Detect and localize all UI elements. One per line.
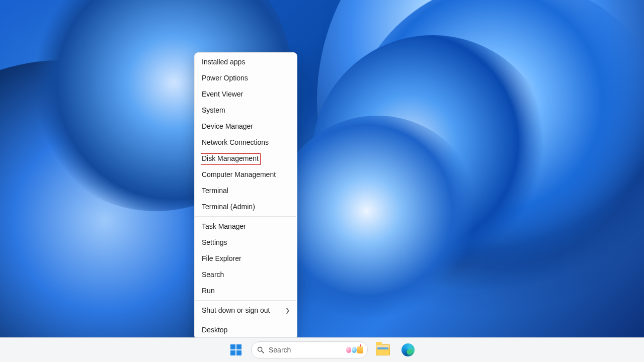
file-explorer-taskbar-button[interactable] bbox=[373, 340, 393, 360]
menu-item-label: File Explorer bbox=[202, 250, 242, 266]
menu-item-label: Search bbox=[202, 266, 224, 283]
menu-separator bbox=[195, 216, 296, 217]
menu-item-disk-management[interactable]: Disk Management bbox=[195, 150, 297, 166]
menu-separator bbox=[195, 300, 296, 301]
svg-rect-2 bbox=[230, 350, 235, 355]
menu-item-desktop[interactable]: Desktop bbox=[195, 322, 297, 338]
menu-item-label: Task Manager bbox=[202, 218, 246, 234]
search-highlight-icon bbox=[346, 346, 363, 353]
search-placeholder: Search bbox=[269, 346, 342, 354]
menu-item-installed-apps[interactable]: Installed apps bbox=[195, 54, 297, 70]
menu-item-label: Network Connections bbox=[202, 134, 269, 150]
menu-item-device-manager[interactable]: Device Manager bbox=[195, 118, 297, 134]
menu-item-label: Settings bbox=[202, 234, 227, 250]
taskbar-search[interactable]: Search bbox=[251, 341, 368, 358]
menu-item-search[interactable]: Search bbox=[195, 266, 297, 283]
search-icon bbox=[257, 346, 265, 354]
svg-rect-0 bbox=[230, 344, 235, 349]
svg-rect-1 bbox=[236, 344, 242, 349]
menu-item-label: Device Manager bbox=[202, 118, 253, 134]
menu-item-label: Disk Management bbox=[202, 150, 259, 166]
menu-item-run[interactable]: Run bbox=[195, 283, 297, 299]
menu-item-power-options[interactable]: Power Options bbox=[195, 70, 297, 86]
windows-logo-icon bbox=[230, 344, 242, 356]
desktop-wallpaper bbox=[0, 0, 644, 362]
menu-item-label: Shut down or sign out bbox=[202, 302, 270, 318]
menu-item-label: Run bbox=[202, 283, 215, 299]
menu-item-label: Terminal bbox=[202, 183, 228, 199]
desktop[interactable]: Installed appsPower OptionsEvent ViewerS… bbox=[0, 0, 644, 362]
svg-line-5 bbox=[262, 351, 264, 353]
edge-taskbar-button[interactable] bbox=[398, 340, 418, 360]
menu-item-label: Terminal (Admin) bbox=[202, 199, 255, 215]
menu-item-label: Power Options bbox=[202, 70, 248, 86]
chevron-right-icon: ❯ bbox=[285, 307, 290, 314]
menu-item-computer-management[interactable]: Computer Management bbox=[195, 166, 297, 183]
menu-item-shut-down-or-sign-out[interactable]: Shut down or sign out❯ bbox=[195, 302, 297, 318]
menu-item-system[interactable]: System bbox=[195, 102, 297, 118]
menu-separator bbox=[195, 320, 296, 320]
menu-item-settings[interactable]: Settings bbox=[195, 234, 297, 250]
start-button[interactable] bbox=[226, 340, 246, 360]
menu-item-terminal[interactable]: Terminal bbox=[195, 183, 297, 199]
menu-item-label: System bbox=[202, 102, 225, 118]
edge-icon bbox=[401, 343, 415, 356]
start-context-menu: Installed appsPower OptionsEvent ViewerS… bbox=[194, 52, 297, 339]
menu-item-network-connections[interactable]: Network Connections bbox=[195, 134, 297, 150]
menu-item-terminal-admin[interactable]: Terminal (Admin) bbox=[195, 199, 297, 215]
svg-rect-3 bbox=[236, 350, 242, 355]
menu-item-file-explorer[interactable]: File Explorer bbox=[195, 250, 297, 266]
taskbar: Search bbox=[0, 337, 644, 362]
menu-item-label: Event Viewer bbox=[202, 86, 243, 102]
menu-item-label: Desktop bbox=[202, 322, 227, 338]
menu-item-label: Computer Management bbox=[202, 166, 276, 183]
file-explorer-icon bbox=[376, 344, 390, 355]
menu-item-event-viewer[interactable]: Event Viewer bbox=[195, 86, 297, 102]
menu-item-label: Installed apps bbox=[202, 54, 245, 70]
menu-item-task-manager[interactable]: Task Manager bbox=[195, 218, 297, 234]
